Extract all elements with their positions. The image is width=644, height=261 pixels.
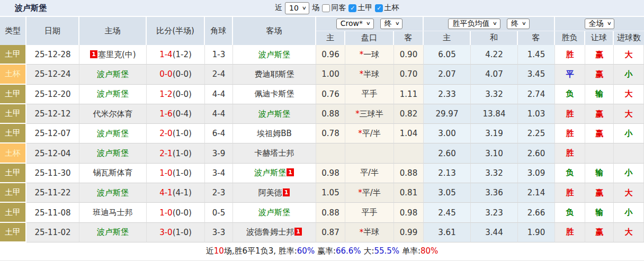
- home-team-cell: 波卢斯堡: [79, 183, 147, 203]
- asian-handicap-cell: 平手: [345, 203, 394, 222]
- bookmaker-select[interactable]: Crow*∨: [336, 19, 374, 29]
- match-type-cell: 土杯: [0, 143, 26, 163]
- filter-league: ✓ 土甲: [348, 3, 372, 13]
- team-name[interactable]: 波卢斯堡: [254, 168, 286, 178]
- team-name[interactable]: 费迪耶斯堡: [255, 69, 294, 79]
- scope-select[interactable]: 全场∨: [585, 19, 615, 29]
- asian-away-odds-cell: 0.99: [394, 223, 424, 242]
- outcome-cell: 胜: [555, 183, 585, 203]
- halftime-score: (1-0): [173, 228, 192, 237]
- match-type-cell: 土甲: [0, 104, 26, 124]
- euro-final-select[interactable]: 终∨: [507, 19, 530, 29]
- asian-handicap-cell: *一球: [345, 45, 394, 65]
- page-title: 波卢斯堡: [15, 3, 47, 13]
- team-name[interactable]: 波卢斯堡: [97, 188, 129, 198]
- away-team-cell: 波卢斯堡: [233, 104, 316, 124]
- summary-bar: 近10场,胜6平1负3, 胜率:60% 赢率:66.6% 大:55.5% 单率:…: [0, 242, 644, 261]
- team-name[interactable]: 波卢斯堡: [258, 50, 290, 60]
- team-name[interactable]: 阿美德: [258, 188, 282, 198]
- filter-controls: 近 10∨ 场 ✓ 同客 ✓ 土甲 ✓ 土杯: [275, 0, 399, 16]
- euro-draw-odds-cell: 3.19: [471, 124, 518, 143]
- same-away-checkbox[interactable]: ✓: [322, 4, 330, 12]
- dropdown-row: Crow*∨ 终∨ 胜平负均值∨ 终∨ 全场∨: [316, 17, 644, 31]
- asian-odds-group: Crow*∨ 终∨: [316, 17, 424, 31]
- team-name[interactable]: 卡赫塔士邦: [255, 148, 294, 158]
- euro-away-odds-cell: 2.14: [518, 183, 555, 203]
- avg-odds-select[interactable]: 胜平负均值∨: [448, 19, 500, 29]
- fulltime-score: 0-0: [159, 69, 173, 79]
- halftime-score: (0-0): [173, 69, 192, 79]
- goals-result-cell: 小: [614, 203, 644, 222]
- home-team-cell: 波卢斯堡: [79, 124, 147, 143]
- chevron-down-icon: ∨: [606, 19, 611, 28]
- team-name[interactable]: 塞里克(中): [98, 50, 136, 60]
- chevron-down-icon: ∨: [395, 19, 399, 28]
- col-header-score: 比分(半场): [147, 17, 205, 45]
- col-header-euro-home: 主: [424, 31, 471, 45]
- team-name[interactable]: 波卢斯堡: [97, 227, 129, 237]
- match-history-panel: 波卢斯堡 近 10∨ 场 ✓ 同客 ✓ 土甲 ✓ 土杯 类型 日期 主场 比分(…: [0, 0, 644, 261]
- chevron-down-icon: ∨: [302, 3, 307, 13]
- summary-segment: 大:: [361, 246, 374, 256]
- table-row: 土甲25-12-20波卢斯堡1-2(0-0)4-4佩迪卡斯堡0.76平手1.11…: [0, 85, 644, 104]
- col-header-goals: 进球数: [614, 31, 644, 45]
- asian-handicap-cell: *平/半: [345, 183, 394, 203]
- team-name[interactable]: 波卢斯堡: [258, 208, 290, 218]
- team-name[interactable]: 埃祖姆BB: [257, 129, 292, 139]
- halftime-score: (1-2): [173, 50, 192, 59]
- asian-handicap-cell: 平/半: [345, 164, 394, 183]
- team-name[interactable]: 波卢斯堡: [97, 89, 129, 99]
- team-name[interactable]: 班迪马士邦: [93, 208, 133, 218]
- match-type-cell: 土杯: [0, 65, 26, 84]
- corners-cell: 0-5: [205, 203, 233, 222]
- outcome-cell: 胜: [555, 45, 585, 65]
- outcome-cell: 胜: [555, 223, 585, 242]
- col-header-handicap: 盘口: [345, 31, 394, 45]
- table-row: 土甲25-11-08班迪马士邦1-0(0-0)0-5波卢斯堡0.88平手0.98…: [0, 203, 644, 222]
- away-team-cell: 埃祖姆BB: [233, 124, 316, 143]
- euro-draw-odds-cell: 3.44: [471, 223, 518, 242]
- home-team-cell: 锡瓦斯体育: [79, 164, 147, 183]
- team-name[interactable]: 波卢斯堡: [97, 148, 129, 158]
- team-name[interactable]: 波卢斯堡: [97, 129, 129, 139]
- euro-away-odds-cell: 2.25: [518, 124, 555, 143]
- match-type-cell: 土甲: [0, 223, 26, 242]
- team-name[interactable]: 代米尔体育: [93, 109, 133, 119]
- home-team-cell: 班迪马士邦: [79, 203, 147, 222]
- team-name[interactable]: 波德鲁姆士邦: [246, 227, 294, 237]
- date-cell: 25-11-02: [26, 223, 79, 242]
- col-header-date: 日期: [26, 17, 79, 45]
- euro-draw-odds-cell: 13.84: [471, 104, 518, 124]
- score-cell: 1-0(0-0): [147, 203, 205, 222]
- team-name[interactable]: 波卢斯堡: [97, 69, 129, 79]
- euro-draw-odds-cell: 3.36: [471, 183, 518, 203]
- team-name[interactable]: 锡瓦斯体育: [93, 168, 133, 178]
- corners-cell: 3-3: [205, 223, 233, 242]
- match-count-select[interactable]: 10∨: [285, 2, 309, 14]
- home-team-cell: 1塞里克(中): [79, 45, 147, 65]
- league-checkbox[interactable]: ✓: [348, 4, 356, 12]
- asian-home-odds-cell: 1.00: [316, 65, 345, 84]
- euro-home-odds-cell: 6.05: [424, 45, 471, 65]
- asian-final-select[interactable]: 终∨: [380, 19, 403, 29]
- date-cell: 25-12-28: [26, 45, 79, 65]
- team-name[interactable]: 波卢斯堡: [258, 109, 290, 119]
- match-type-cell: 土甲: [0, 203, 26, 222]
- halftime-score: (1-0): [173, 129, 192, 138]
- home-team-cell: 代米尔体育: [79, 104, 147, 124]
- outcome-cell: 胜: [555, 143, 585, 163]
- score-cell: 3-0(1-0): [147, 223, 205, 242]
- summary-segment: 场,胜6平1负3, 胜率:: [224, 246, 297, 256]
- cup-label: 土杯: [384, 3, 399, 13]
- corners-cell: 1-3: [205, 45, 233, 65]
- table-header: 类型 日期 主场 比分(半场) 角球 客场 Crow*∨ 终∨ 胜平负均值∨ 终…: [0, 16, 644, 45]
- euro-draw-odds-cell: 3.32: [471, 164, 518, 183]
- match-type-cell: 土甲: [0, 45, 26, 65]
- team-name[interactable]: 佩迪卡斯堡: [255, 89, 294, 99]
- match-type-cell: 土甲: [0, 183, 26, 203]
- euro-home-odds-cell: 3.61: [424, 223, 471, 242]
- date-cell: 25-12-04: [26, 143, 79, 163]
- star-icon: *: [360, 50, 364, 59]
- asian-away-odds-cell: 0.70: [394, 65, 424, 84]
- cup-checkbox[interactable]: ✓: [375, 4, 383, 12]
